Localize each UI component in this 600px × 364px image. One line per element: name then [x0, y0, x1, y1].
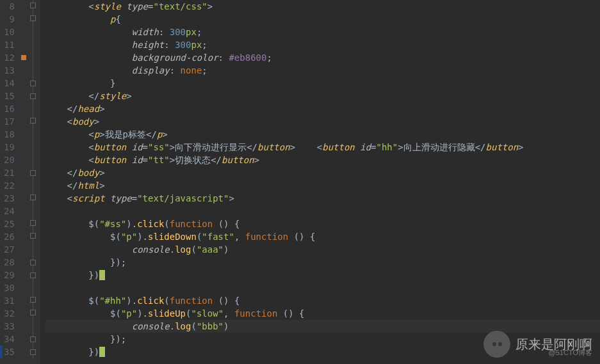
- gutter-marker: [20, 141, 29, 154]
- code-line[interactable]: [45, 205, 600, 218]
- fold-cell[interactable]: [29, 141, 40, 154]
- fold-cell[interactable]: [29, 51, 40, 64]
- fold-cell[interactable]: [29, 179, 40, 192]
- fold-cell[interactable]: [29, 192, 40, 205]
- line-number: 24: [4, 205, 15, 218]
- line-number: 22: [4, 179, 15, 192]
- line-number: 16: [4, 102, 15, 115]
- code-line[interactable]: console.log("aaa"): [45, 243, 600, 256]
- gutter-marker: [20, 64, 29, 77]
- fold-cell[interactable]: [29, 345, 40, 358]
- gutter-marker: [20, 269, 29, 281]
- code-line[interactable]: height: 300px;: [45, 38, 600, 51]
- code-line[interactable]: <script type="text/javascript">: [45, 192, 600, 205]
- code-line[interactable]: <button id="tt">切换状态</button>: [45, 154, 600, 166]
- gutter-marker: [20, 77, 29, 90]
- fold-cell[interactable]: [29, 256, 40, 269]
- marker-column: [20, 0, 29, 364]
- line-number: 30: [4, 281, 15, 294]
- code-line[interactable]: <body>: [45, 115, 600, 128]
- code-line[interactable]: p{: [45, 13, 600, 26]
- gutter-marker: [20, 13, 29, 26]
- code-line[interactable]: $("p").slideUp("slow", function () {: [45, 307, 600, 320]
- watermark: 原来是阿刚啊 @51CTO博客: [483, 331, 592, 358]
- code-line[interactable]: $("p").slideDown("fast", function () {: [45, 230, 600, 243]
- fold-toggle-icon[interactable]: [30, 273, 36, 278]
- code-line[interactable]: $("#hh").click(function () {: [45, 294, 600, 307]
- line-number: 18: [4, 128, 15, 141]
- code-line[interactable]: <button id="ss">向下滑动进行显示</button> <butto…: [45, 141, 600, 154]
- fold-toggle-icon[interactable]: [30, 3, 36, 8]
- fold-toggle-icon[interactable]: [30, 349, 36, 355]
- line-number: 21: [4, 166, 15, 179]
- gutter-marker: [20, 0, 29, 13]
- fold-cell[interactable]: [29, 269, 40, 281]
- line-number: 25: [4, 218, 15, 230]
- fold-cell[interactable]: [29, 294, 40, 307]
- line-number: 28: [4, 256, 15, 269]
- fold-cell[interactable]: [29, 13, 40, 26]
- fold-toggle-icon[interactable]: [30, 260, 36, 265]
- gutter-marker: [20, 320, 29, 333]
- code-line[interactable]: </html>: [45, 179, 600, 192]
- gutter-marker: [20, 281, 29, 294]
- fold-cell[interactable]: [29, 307, 40, 320]
- fold-cell[interactable]: [29, 90, 40, 102]
- fold-cell[interactable]: [29, 333, 40, 345]
- fold-cell[interactable]: [29, 77, 40, 90]
- fold-toggle-icon[interactable]: [30, 81, 36, 86]
- blue-indicator: [0, 345, 3, 358]
- gutter-marker: [20, 166, 29, 179]
- fold-toggle-icon[interactable]: [30, 15, 36, 21]
- line-number: 29: [4, 269, 15, 281]
- fold-toggle-icon[interactable]: [30, 297, 36, 303]
- fold-cell[interactable]: [29, 115, 40, 128]
- fold-cell[interactable]: [29, 154, 40, 166]
- code-line[interactable]: }: [45, 77, 600, 90]
- line-number: 26: [4, 230, 15, 243]
- fold-cell[interactable]: [29, 243, 40, 256]
- line-number: 11: [4, 38, 15, 51]
- fold-toggle-icon[interactable]: [30, 310, 36, 315]
- fold-cell[interactable]: [29, 128, 40, 141]
- fold-cell[interactable]: [29, 166, 40, 179]
- code-line[interactable]: display: none;: [45, 64, 600, 77]
- code-line[interactable]: <style type="text/css">: [45, 0, 600, 13]
- code-line[interactable]: </body>: [45, 166, 600, 179]
- fold-cell[interactable]: [29, 230, 40, 243]
- gutter-marker: [20, 218, 29, 230]
- code-line[interactable]: width: 300px;: [45, 26, 600, 38]
- fold-column[interactable]: [29, 0, 40, 364]
- fold-cell[interactable]: [29, 102, 40, 115]
- fold-cell[interactable]: [29, 64, 40, 77]
- fold-toggle-icon[interactable]: [30, 336, 36, 342]
- code-line[interactable]: background-color: #eb8600;: [45, 51, 600, 64]
- fold-cell[interactable]: [29, 205, 40, 218]
- fold-toggle-icon[interactable]: [30, 170, 36, 176]
- fold-cell[interactable]: [29, 38, 40, 51]
- fold-toggle-icon[interactable]: [30, 118, 36, 123]
- code-line[interactable]: <p>我是p标签</p>: [45, 128, 600, 141]
- fold-cell[interactable]: [29, 218, 40, 230]
- code-line[interactable]: });: [45, 256, 600, 269]
- gutter: 8910111213141516171819202122232425262728…: [0, 0, 40, 364]
- fold-toggle-icon[interactable]: [30, 93, 36, 99]
- code-editor[interactable]: 8910111213141516171819202122232425262728…: [0, 0, 600, 364]
- fold-cell[interactable]: [29, 0, 40, 13]
- fold-cell[interactable]: [29, 320, 40, 333]
- fold-cell[interactable]: [29, 26, 40, 38]
- line-number: 15: [4, 90, 15, 102]
- code-line[interactable]: [45, 281, 600, 294]
- fold-toggle-icon[interactable]: [30, 194, 36, 200]
- gutter-marker: [20, 154, 29, 166]
- code-line[interactable]: </style>: [45, 90, 600, 102]
- code-area[interactable]: <style type="text/css"> p{ width: 300px;…: [40, 0, 600, 364]
- fold-toggle-icon[interactable]: [30, 233, 36, 239]
- fold-cell[interactable]: [29, 281, 40, 294]
- line-number: 8: [4, 0, 15, 13]
- fold-toggle-icon[interactable]: [30, 220, 36, 226]
- gutter-marker: [20, 256, 29, 269]
- code-line[interactable]: }): [45, 269, 600, 281]
- code-line[interactable]: $("#ss").click(function () {: [45, 218, 600, 230]
- code-line[interactable]: </head>: [45, 102, 600, 115]
